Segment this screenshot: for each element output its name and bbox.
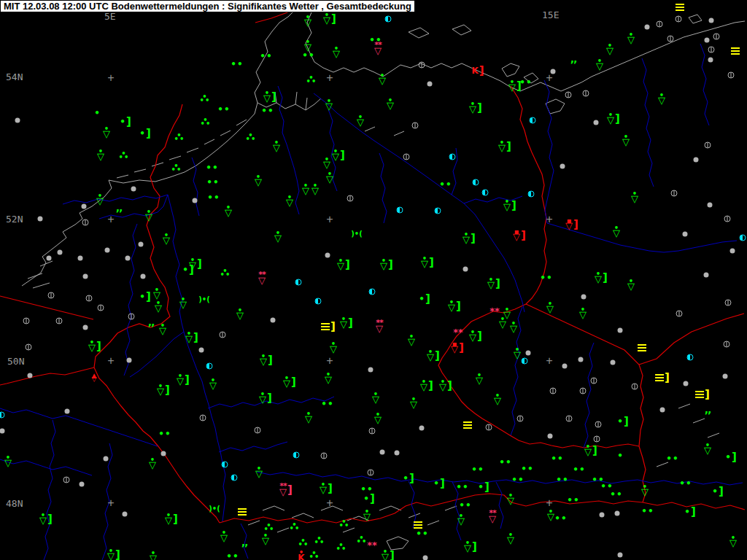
light-rain-symbol: •• <box>556 477 568 483</box>
rain-shower-symbol: •▽ <box>622 135 630 146</box>
cloud-cover-overcast-symbol <box>560 164 565 169</box>
partial-obscuration-symbol <box>0 412 5 419</box>
cloud-cover-open-symbol <box>63 477 70 483</box>
cloud-cover-overcast-symbol <box>551 69 556 74</box>
rain-shower-symbol: •▽ <box>372 392 379 403</box>
light-rain-symbol: •• <box>260 53 272 60</box>
cloud-cover-open-symbol <box>671 190 678 197</box>
graticule-label-52n: 52N <box>6 214 23 225</box>
cloud-cover-open-symbol <box>26 344 32 351</box>
rain-shower-past-hour-symbol: •▽] <box>448 300 461 311</box>
cloud-cover-overcast-symbol <box>581 295 587 300</box>
rain-shower-symbol: •▽ <box>510 322 517 332</box>
rain-past-hour-symbol: •] <box>139 292 151 301</box>
rain-shower-symbol: •▽ <box>274 231 282 242</box>
partial-obscuration-symbol <box>687 354 694 361</box>
rain-shower-past-hour-symbol: •▽] <box>427 350 440 361</box>
cloud-cover-open-symbol <box>676 311 683 317</box>
cloud-cover-overcast-symbol <box>380 450 385 455</box>
cloud-cover-overcast-symbol <box>419 426 425 431</box>
cloud-cover-open-symbol <box>657 21 663 28</box>
cloud-cover-overcast-symbol <box>131 187 136 192</box>
cloud-cover-overcast-symbol <box>83 274 88 279</box>
rain-shower-past-hour-symbol: •▽] <box>323 13 336 24</box>
cloud-cover-open-symbol <box>128 314 135 320</box>
light-rain-symbol: •• <box>573 467 585 473</box>
rain-shower-symbol: •▽ <box>255 175 262 186</box>
rain-past-hour-symbol: •] <box>684 508 696 516</box>
cloud-cover-open-symbol <box>86 295 93 302</box>
rain-shower-symbol: •▽ <box>330 342 337 353</box>
cloud-cover-overcast-symbol <box>139 242 144 247</box>
cloud-cover-open-symbol <box>591 378 597 384</box>
moderate-rain-symbol: ••• <box>339 520 350 527</box>
light-rain-symbol: •• <box>521 466 533 472</box>
cloud-cover-overcast-symbol <box>423 556 428 560</box>
rain-past-hour-symbol: •] <box>419 295 430 303</box>
partial-obscuration-symbol <box>435 208 441 214</box>
cloud-cover-overcast-symbol <box>193 198 198 203</box>
graticule-label-50n: 50N <box>7 356 24 367</box>
rain-shower-symbol: •▽ <box>155 301 162 312</box>
fog-symbol <box>731 47 740 55</box>
rain-shower-symbol: •▽ <box>641 485 649 496</box>
precipitation-dot-symbol: • <box>94 110 100 117</box>
cloud-cover-overcast-symbol <box>548 434 553 439</box>
moderate-rain-symbol: ••• <box>174 133 185 141</box>
light-rain-symbol: •• <box>207 195 220 201</box>
rain-shower-symbol: •▽ <box>514 348 521 359</box>
rain-past-hour-symbol: •] <box>712 487 724 496</box>
cloud-cover-open-symbol <box>708 47 715 53</box>
cloud-cover-overcast-symbol <box>645 25 650 30</box>
precipitation-dot-symbol: • <box>617 453 623 459</box>
light-rain-symbol: •• <box>302 52 314 59</box>
light-rain-symbol: •• <box>416 531 428 537</box>
cloud-cover-open-symbol <box>713 34 720 40</box>
cloud-cover-open-symbol <box>595 421 602 428</box>
partial-obscuration-symbol <box>231 475 238 481</box>
cloud-cover-open-symbol <box>200 415 206 421</box>
partial-obscuration-symbol <box>449 154 456 160</box>
rain-shower-symbol: •▽ <box>613 226 620 237</box>
partial-obscuration-symbol <box>473 179 479 186</box>
cloud-cover-overcast-symbol <box>427 82 433 87</box>
snow-shower-symbol: **▽ <box>489 511 496 523</box>
graticule-label-15e: 15E <box>542 9 559 20</box>
graticule-cross: + <box>326 216 333 223</box>
rain-shower-symbol: •▽ <box>225 206 232 217</box>
light-rain-symbol: •• <box>551 456 563 462</box>
drizzle-symbol: ’’ <box>570 61 577 68</box>
cloud-cover-open-symbol <box>583 90 589 97</box>
rain-shower-symbol: •▽ <box>596 59 603 70</box>
cloud-cover-open-symbol <box>56 318 63 324</box>
partial-obscuration-symbol <box>522 358 528 365</box>
rain-shower-symbol: •▽ <box>374 413 382 424</box>
moderate-rain-symbol: ••• <box>246 133 257 141</box>
rain-shower-symbol: •▽ <box>262 534 269 545</box>
rivers <box>0 44 743 560</box>
cloud-cover-overcast-symbol <box>594 120 599 125</box>
light-rain-symbol: •• <box>471 467 484 473</box>
fog-past-hour-symbol: ] <box>655 373 670 382</box>
rain-shower-past-hour-symbol: •▽] <box>165 513 178 524</box>
moderate-rain-symbol: ••• <box>119 152 130 159</box>
rain-shower-symbol: •▽ <box>145 210 152 221</box>
cloud-cover-overcast-symbol <box>562 364 568 369</box>
cloud-cover-overcast-symbol <box>199 348 204 353</box>
partial-obscuration-symbol <box>397 207 403 214</box>
cloud-cover-open-symbol <box>419 62 425 69</box>
cloud-cover-overcast-symbol <box>0 429 5 434</box>
rain-shower-symbol: •▽ <box>606 44 614 55</box>
cloud-cover-open-symbol <box>98 305 104 311</box>
light-rain-symbol: •• <box>554 516 567 522</box>
light-rain-symbol: •• <box>217 106 230 113</box>
rain-past-hour-symbol: •] <box>139 129 151 138</box>
drizzle-symbol: ’’ <box>148 324 155 331</box>
rain-shower-symbol: •▽ <box>149 458 156 469</box>
fog-symbol <box>676 4 684 11</box>
fog-symbol <box>463 421 472 429</box>
rain-shower-past-hour-symbol: •▽] <box>332 149 345 160</box>
graticule-cross: + <box>546 499 552 507</box>
rain-shower-past-hour-symbol: •▽] <box>177 374 190 385</box>
graticule-cross: + <box>326 499 333 507</box>
